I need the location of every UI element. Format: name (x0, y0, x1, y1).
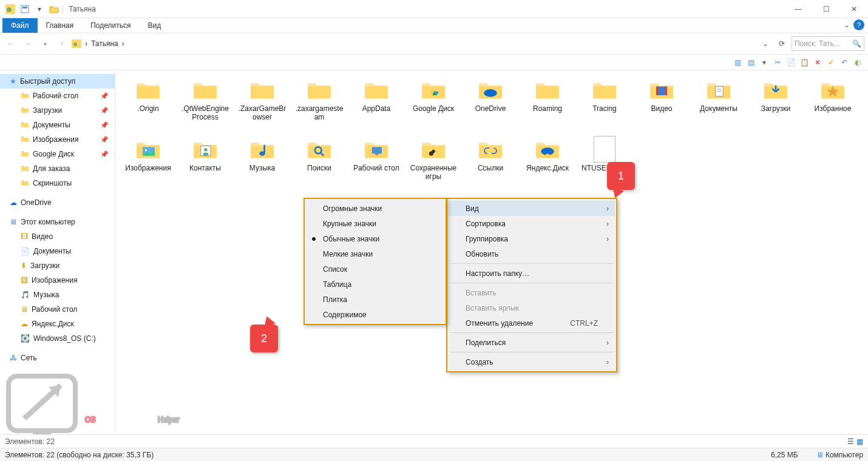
file-item[interactable]: .ZaxarGameBrowser (236, 76, 289, 136)
folder-icon (362, 78, 391, 102)
tab-share[interactable]: Поделиться (82, 18, 139, 33)
up-button[interactable]: ↑ (55, 36, 69, 51)
menu-customize-folder[interactable]: Настроить папку… (449, 266, 615, 281)
file-item[interactable]: Музыка (236, 136, 289, 195)
icons-view-icon[interactable]: ▦ (856, 437, 863, 446)
minimize-button[interactable]: — (784, 0, 812, 18)
submenu-medium-icons[interactable]: Обычные значки (306, 231, 444, 246)
submenu-tiles[interactable]: Плитка (306, 292, 444, 307)
rename-icon[interactable]: ✓ (826, 57, 836, 68)
sidebar-label: Музыка (33, 291, 59, 299)
tab-home[interactable]: Главная (38, 18, 83, 33)
menu-group[interactable]: Группировка› (449, 231, 615, 246)
sidebar-label: Рабочий стол (33, 92, 78, 100)
sidebar-item[interactable]: 📄Документы (0, 244, 115, 258)
sidebar-item[interactable]: Загрузки📌 (0, 103, 115, 118)
qat-dropdown-icon[interactable]: ▾ (33, 2, 46, 16)
forward-button[interactable]: → (21, 36, 35, 51)
delete-icon[interactable]: ✕ (812, 57, 823, 68)
refresh-button[interactable]: ⟳ (775, 39, 789, 48)
preview-pane-icon[interactable]: ▤ (745, 57, 756, 68)
paste-icon[interactable]: 📋 (799, 57, 810, 68)
menu-undo-delete[interactable]: Отменить удалениеCTRL+Z (449, 315, 615, 331)
sidebar-quick-access[interactable]: ★ Быстрый доступ (0, 74, 115, 89)
file-item[interactable]: Избранное (806, 76, 860, 136)
svg-point-23 (260, 152, 265, 156)
tab-file[interactable]: Файл (2, 18, 38, 33)
folder-icon (134, 137, 163, 161)
qat-properties-icon[interactable] (18, 2, 32, 16)
file-item[interactable]: Контакты (178, 136, 232, 195)
file-item[interactable]: Google Диск (407, 76, 460, 136)
sidebar-network[interactable]: 🖧 Сеть (0, 351, 115, 365)
close-button[interactable]: ✕ (840, 0, 868, 18)
sidebar-item[interactable]: Для заказа (0, 161, 115, 176)
file-item[interactable]: Roaming (521, 76, 574, 136)
sidebar-label: Видео (32, 232, 53, 241)
file-item[interactable]: Яндекс.Диск (521, 136, 574, 195)
file-item[interactable]: Tracing (578, 76, 631, 136)
sidebar-item[interactable]: 🖥Рабочий стол (0, 302, 115, 317)
file-item[interactable]: Загрузки (749, 76, 802, 136)
breadcrumb-root[interactable]: Татьяна (91, 39, 118, 48)
cut-icon[interactable]: ✂ (772, 57, 783, 68)
file-item[interactable]: AppData (350, 76, 403, 136)
sidebar-onedrive[interactable]: ☁ OneDrive (0, 195, 115, 210)
item-label: Видео (651, 104, 672, 113)
sidebar-item[interactable]: 🎵Музыка (0, 288, 115, 302)
file-item[interactable]: Рабочий стол (350, 136, 403, 195)
svg-point-9 (484, 89, 497, 97)
submenu-huge-icons[interactable]: Огромные значки (306, 201, 444, 216)
back-button[interactable]: ← (4, 36, 18, 51)
sidebar-item[interactable]: Рабочий стол📌 (0, 89, 115, 103)
sidebar-item[interactable]: 🖼Изображения (0, 273, 115, 288)
copy-icon[interactable]: 📄 (785, 57, 796, 68)
submenu-large-icons[interactable]: Крупные значки (306, 216, 444, 231)
sidebar-item[interactable]: Google Диск📌 (0, 147, 115, 161)
file-item[interactable]: Сохраненные игры (407, 136, 460, 195)
sidebar-item[interactable]: Изображения📌 (0, 132, 115, 147)
submenu-table[interactable]: Таблица (306, 277, 444, 292)
maximize-button[interactable]: ☐ (812, 0, 840, 18)
details-view-icon[interactable]: ☰ (847, 437, 854, 446)
file-item[interactable]: Документы (692, 76, 745, 136)
breadcrumb-dropdown-icon[interactable]: ⌄ (759, 39, 772, 48)
sidebar-label: Этот компьютер (21, 218, 75, 226)
search-input[interactable]: Поиск: Тать… 🔍 (792, 36, 864, 51)
annotation-badge-1: 1 (607, 162, 635, 190)
breadcrumb-sep: › (85, 39, 87, 48)
sidebar-item[interactable]: Скриншоты (0, 176, 115, 190)
menu-view[interactable]: Вид› (449, 201, 615, 216)
ribbon-expand-icon[interactable]: ⌄ (844, 21, 850, 29)
folder-icon (191, 78, 220, 102)
undo-icon[interactable]: ↶ (839, 57, 850, 68)
menu-share[interactable]: Поделиться› (449, 335, 615, 350)
sidebar-item[interactable]: ⬇Загрузки (0, 258, 115, 273)
sidebar-item[interactable]: ☁Яндекс.Диск (0, 317, 115, 331)
breadcrumb[interactable]: › Татьяна › (72, 39, 124, 48)
sidebar-item[interactable]: 💽Windows8_OS (C:) (0, 331, 115, 346)
sidebar-item[interactable]: Документы📌 (0, 118, 115, 132)
submenu-small-icons[interactable]: Мелкие значки (306, 246, 444, 261)
file-item[interactable]: .zaxargamesteam (293, 76, 346, 136)
organize-icon[interactable]: ▥ (732, 57, 743, 68)
file-item[interactable]: Ссылки (464, 136, 517, 195)
file-item[interactable]: Изображения (121, 136, 175, 195)
help-icon[interactable]: ? (853, 19, 864, 30)
submenu-list[interactable]: Список (306, 261, 444, 277)
menu-create[interactable]: Создать› (449, 354, 615, 369)
dropdown-icon[interactable]: ▾ (759, 57, 770, 68)
menu-refresh[interactable]: Обновить (449, 246, 615, 261)
file-item[interactable]: .Origin (121, 76, 175, 136)
history-dropdown-icon[interactable]: ▾ (38, 36, 52, 51)
sidebar-item[interactable]: 🎞Видео (0, 229, 115, 244)
file-item[interactable]: Поиски (293, 136, 346, 195)
properties-icon[interactable]: ◐ (852, 57, 863, 68)
file-item[interactable]: OneDrive (464, 76, 517, 136)
file-item[interactable]: .QtWebEngineProcess (178, 76, 232, 136)
tab-view[interactable]: Вид (139, 18, 169, 33)
sidebar-this-pc[interactable]: 🖥 Этот компьютер (0, 215, 115, 229)
menu-sort[interactable]: Сортировка› (449, 216, 615, 231)
submenu-content[interactable]: Содержимое (306, 307, 444, 322)
file-item[interactable]: Видео (635, 76, 688, 136)
